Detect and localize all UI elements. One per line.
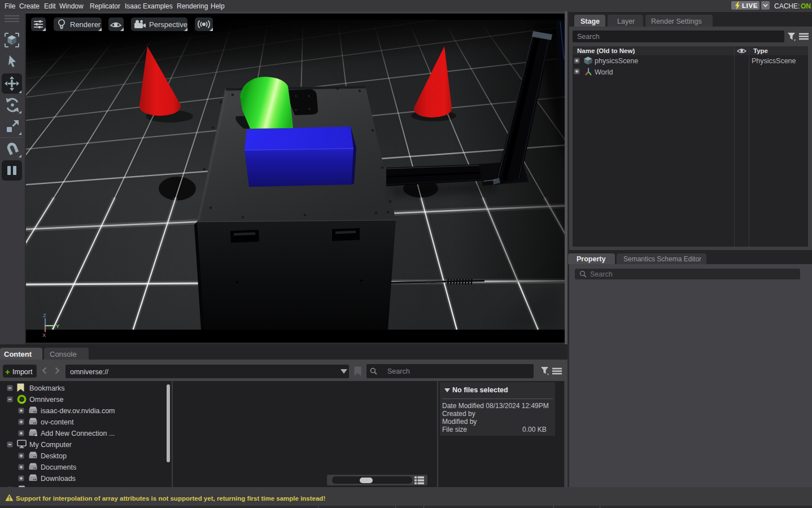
svg-text:X: X [42,332,46,338]
svg-text:Y: Y [56,323,60,329]
svg-text:Z: Z [43,312,46,318]
